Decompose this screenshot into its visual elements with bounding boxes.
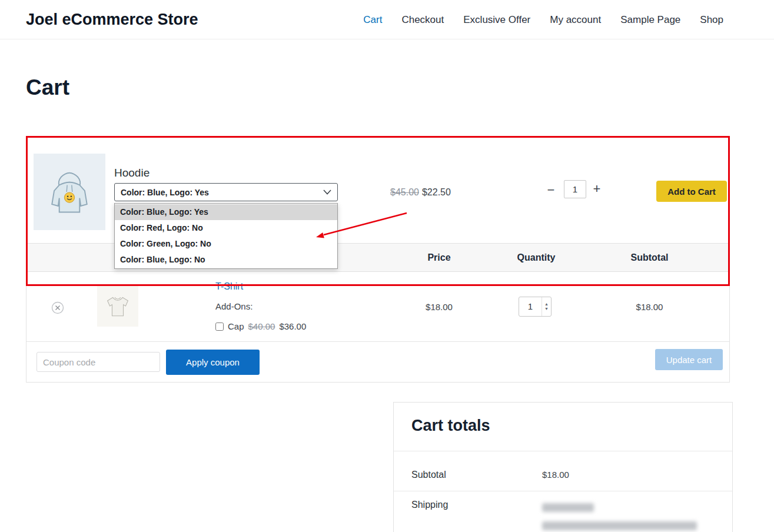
addon-name: Cap [228,321,244,331]
addon-option-cap: Cap $40.00 $36.00 [215,321,306,331]
dropdown-option[interactable]: Color: Red, Logo: No [115,220,337,236]
addon-sale-price: $36.00 [279,321,306,331]
quantity-input[interactable]: 1 ▲ ▼ [519,297,552,317]
totals-shipping-label: Shipping [411,500,448,510]
cart-totals-title: Cart totals [411,417,490,435]
blurred-shipping-text [542,521,697,530]
quantity-value-box[interactable]: 1 [564,180,586,198]
product-price: $45.00$22.50 [390,187,451,198]
remove-item-icon[interactable] [51,301,64,314]
quantity-value: 1 [519,297,542,316]
column-header-subtotal: Subtotal [619,252,680,263]
quantity-decrease-button[interactable]: − [545,182,557,198]
nav-item-sample-page[interactable]: Sample Page [620,14,680,26]
hoodie-product-image [34,154,105,230]
row-subtotal: $18.00 [619,302,680,312]
column-header-quantity: Quantity [507,252,566,263]
variation-dropdown-list: Color: Blue, Logo: Yes Color: Red, Logo:… [114,203,338,269]
nav-item-checkout[interactable]: Checkout [401,14,444,26]
totals-subtotal-value: $18.00 [542,470,569,480]
dropdown-option[interactable]: Color: Green, Logo: No [115,236,337,252]
site-header: Joel eCommerce Store Cart Checkout Exclu… [0,0,774,39]
page-title: Cart [26,75,69,100]
nav-item-my-account[interactable]: My account [550,14,601,26]
regular-price: $45.00 [390,187,419,197]
add-to-cart-button[interactable]: Add to Cart [656,181,727,202]
tshirt-product-image[interactable] [97,285,138,327]
hoodie-illustration [41,161,98,222]
divider [394,451,732,451]
dropdown-option[interactable]: Color: Blue, Logo: No [115,252,337,268]
divider [394,491,732,491]
apply-coupon-button[interactable]: Apply coupon [166,350,260,375]
quantity-increase-button[interactable]: + [591,181,603,197]
addons-label: Add-Ons: [215,301,253,311]
chevron-down-icon [323,189,331,195]
tshirt-illustration [101,290,134,322]
spinner-up-icon[interactable]: ▲ [542,302,551,307]
dropdown-option[interactable]: Color: Blue, Logo: Yes [115,204,337,220]
totals-subtotal-label: Subtotal [411,470,446,480]
product-name: Hoodie [114,167,150,179]
cart-totals-panel: Cart totals Subtotal $18.00 Shipping [393,402,733,532]
nav-item-exclusive-offer[interactable]: Exclusive Offer [463,14,530,26]
nav-item-cart[interactable]: Cart [363,14,382,26]
update-cart-button[interactable]: Update cart [655,349,723,370]
spinner-down-icon[interactable]: ▼ [542,307,551,311]
coupon-code-input[interactable] [36,352,160,372]
variation-select[interactable]: Color: Blue, Logo: Yes [114,183,338,201]
row-price: $18.00 [413,302,466,312]
main-nav: Cart Checkout Exclusive Offer My account… [363,0,723,39]
addon-cap-checkbox[interactable] [215,322,224,331]
column-header-price: Price [413,252,466,263]
blurred-shipping-text [542,503,594,512]
product-link[interactable]: T-Shirt [215,281,243,292]
addon-regular-price: $40.00 [248,321,275,331]
site-title[interactable]: Joel eCommerce Store [26,0,198,39]
nav-item-shop[interactable]: Shop [700,14,723,26]
variation-select-value: Color: Blue, Logo: Yes [121,188,323,197]
quantity-spinner: ▲ ▼ [542,297,551,316]
cart-row-tshirt: T-Shirt Add-Ons: Cap $40.00 $36.00 $18.0… [26,272,729,342]
sale-price: $22.50 [422,187,451,197]
cart-page: Joel eCommerce Store Cart Checkout Exclu… [0,0,774,532]
